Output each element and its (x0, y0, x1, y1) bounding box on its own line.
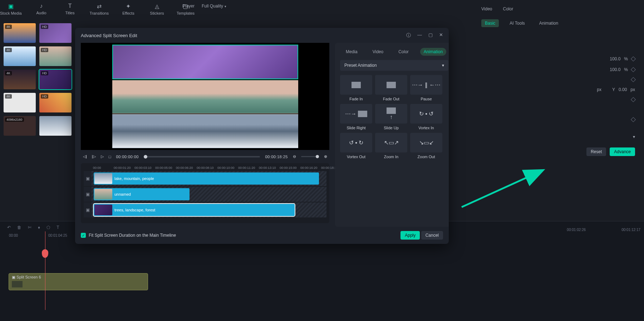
clip-split-screen[interactable]: ▣ Split Screen 6 (9, 273, 148, 290)
apply-button[interactable]: Apply (400, 231, 420, 240)
tool-titles[interactable]: T Titles (61, 3, 79, 15)
reset-button[interactable]: Reset (586, 147, 606, 156)
preset-dropdown[interactable]: Preset Animation ▾ (340, 60, 448, 71)
preview-box[interactable] (81, 43, 329, 150)
anim-vortex-out[interactable]: ↺ ▪ ↻Vortex Out (340, 133, 372, 159)
anim-zoom-out[interactable]: ↘▭↙Zoom Out (410, 133, 442, 159)
prop-row-dropdown[interactable]: ▾ (478, 131, 639, 142)
media-thumb[interactable] (39, 116, 72, 136)
media-thumb[interactable]: 4096x2160 (4, 116, 36, 136)
value[interactable]: 100.0 (610, 56, 620, 61)
tool-stock-media[interactable]: ▣ Stock Media (0, 3, 22, 15)
quality-dropdown[interactable]: Full Quality▾ (202, 4, 226, 9)
anim-slide-up[interactable]: ↑Slide Up (375, 104, 407, 130)
anim-slide-right[interactable]: ⋯→ Slide Right (340, 104, 372, 130)
keyframe-icon[interactable] (631, 56, 636, 61)
btn-panel: Reset Advance (478, 142, 639, 161)
tool-effects[interactable]: ✦ Effects (119, 3, 137, 15)
cancel-button[interactable]: Cancel (421, 231, 443, 240)
anim-pause[interactable]: ⋯→ ‖ ←⋯Pause (410, 75, 442, 101)
keyframe-icon[interactable] (631, 67, 636, 72)
tab-media[interactable]: Media (342, 48, 361, 56)
tool-audio[interactable]: ♪ Audio (33, 3, 50, 15)
media-thumb[interactable]: 4K (4, 46, 36, 66)
cut-icon[interactable]: ✄ (28, 225, 31, 230)
help-icon[interactable]: ⓘ (406, 32, 411, 39)
close-icon[interactable]: ✕ (439, 32, 443, 39)
subtab-ai-tools[interactable]: AI Tools (506, 19, 528, 27)
zoom-slider[interactable] (301, 156, 319, 157)
prev-frame-icon[interactable]: ◁| (83, 154, 87, 159)
timeline-track[interactable]: ▣ Split Screen 6 (9, 273, 635, 290)
y-label: Y (612, 87, 615, 92)
tool-label: Audio (36, 11, 46, 15)
undo-icon[interactable]: ↶ (7, 225, 11, 230)
text-icon[interactable]: T (56, 225, 59, 230)
right-tabs: Video Color (478, 4, 639, 14)
tab-color[interactable]: Color (503, 6, 513, 11)
subtab-basic[interactable]: Basic (481, 19, 499, 27)
preset-label: Preset Animation (344, 63, 377, 68)
anim-vortex-in[interactable]: ↻ ▪ ↺Vortex In (410, 104, 442, 130)
seek-handle[interactable] (144, 155, 147, 159)
track-row[interactable]: ▣ trees, landscape, forest (84, 202, 326, 217)
keyframe-icon[interactable] (631, 97, 636, 102)
keyframe-icon[interactable] (631, 77, 636, 82)
preview-column: ◁| |▷ ▷ □ 00:00:00:00 00:00:18:25 ⊖ ⊕ 00… (81, 43, 329, 227)
ruler-mark: 00:00:10:00 (217, 166, 238, 170)
clip[interactable]: unnamed (94, 188, 190, 200)
seek-bar[interactable] (144, 156, 260, 157)
ruler-mark: 00:00:13:10 (259, 166, 280, 170)
playhead[interactable] (45, 231, 45, 310)
clip[interactable]: lake, mountain, people (94, 172, 319, 185)
advance-button[interactable]: Advance (610, 147, 635, 156)
trash-icon[interactable]: 🗑 (17, 225, 21, 230)
value[interactable]: 0.00 (619, 87, 627, 92)
split-pane-1[interactable] (112, 45, 298, 79)
media-thumb[interactable]: 4K (4, 93, 36, 112)
split-pane-2[interactable] (112, 80, 298, 114)
marker-icon[interactable]: ♦ (38, 225, 40, 230)
tab-animation[interactable]: Animation (420, 48, 446, 56)
media-thumb[interactable]: HD (39, 46, 72, 66)
maximize-icon[interactable]: ▢ (428, 32, 433, 39)
tag-icon[interactable]: ⬠ (46, 225, 50, 230)
tool-stickers[interactable]: ◬ Stickers (148, 3, 166, 15)
subtab-animation[interactable]: Animation (536, 19, 562, 27)
res-badge: HD (41, 71, 48, 75)
media-thumb[interactable]: HD (39, 23, 72, 43)
track-row[interactable]: ▣ lake, mountain, people (84, 171, 326, 186)
res-badge: 4K (5, 94, 12, 99)
tool-transitions[interactable]: ⇄ Transitions (90, 3, 109, 15)
clip[interactable]: trees, landscape, forest (94, 204, 295, 216)
play-icon[interactable]: ▷ (101, 154, 104, 159)
keyframe-icon[interactable] (631, 117, 636, 122)
modal-ruler[interactable]: 00:00 00:00:01:20 00:00:03:10 00:00:05:0… (82, 166, 328, 171)
anim-label: Zoom In (375, 155, 407, 159)
anim-zoom-in[interactable]: ↖▭↗Zoom In (375, 133, 407, 159)
media-thumb[interactable]: HD (39, 93, 72, 112)
zoom-out-icon[interactable]: ⊖ (293, 154, 296, 159)
tab-color[interactable]: Color (395, 48, 412, 56)
tab-video[interactable]: Video (481, 6, 492, 11)
media-thumb[interactable]: 4K (4, 23, 36, 43)
prop-row: px Y 0.00 px (478, 84, 639, 95)
stop-icon[interactable]: □ (109, 155, 111, 159)
track-row[interactable]: ▣ unnamed (84, 187, 326, 202)
zoom-in-icon[interactable]: ⊕ (324, 154, 327, 159)
anim-fade-out[interactable]: Fade Out (375, 75, 407, 101)
minimize-icon[interactable]: — (417, 32, 422, 39)
value[interactable]: 100.0 (610, 67, 620, 72)
track-icon: ▣ (84, 202, 92, 217)
media-thumb[interactable]: 4K (4, 70, 36, 89)
fit-duration-checkbox[interactable]: ✓ Fit Split Screen Duration on the Main … (81, 233, 176, 238)
ruler-mark: 00:01:12:17 (621, 228, 640, 232)
media-icon: ▣ (8, 3, 14, 10)
anim-fade-in[interactable]: Fade In (340, 75, 372, 101)
split-pane-3[interactable] (112, 114, 298, 148)
tab-video[interactable]: Video (369, 48, 387, 56)
modal-timeline: 00:00 00:00:01:20 00:00:03:10 00:00:05:0… (81, 163, 329, 223)
media-thumb[interactable]: HD (39, 70, 72, 89)
next-frame-icon[interactable]: |▷ (92, 154, 96, 159)
ruler-mark: 00:00:03:10 (134, 166, 155, 170)
